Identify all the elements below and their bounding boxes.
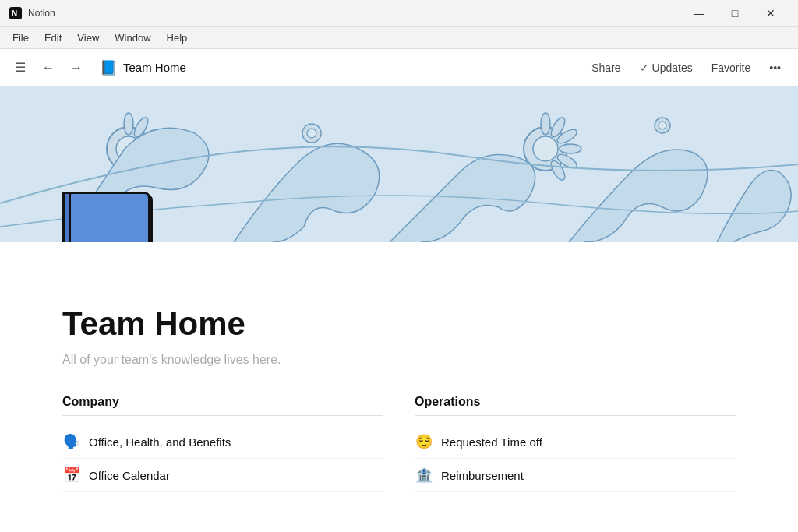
favorite-button[interactable]: Favorite [704,58,759,77]
list-item[interactable]: 🗣️ Office, Health, and Benefits [62,425,383,459]
toolbar-right: Share ✓ Updates Favorite ••• [584,58,789,77]
updates-label: Updates [652,62,693,74]
company-section-title: Company [62,395,383,416]
speech-icon: 🗣️ [62,433,81,450]
svg-point-20 [307,129,316,138]
page-cover [0,86,798,242]
menu-bar: File Edit View Window Help [0,27,798,49]
menu-file[interactable]: File [6,30,35,45]
svg-point-22 [659,122,666,129]
content-grid: Company 🗣️ Office, Health, and Benefits … [62,395,736,492]
office-calendar-link: Office Calendar [89,469,170,482]
back-button[interactable]: ← [37,57,59,79]
more-icon: ••• [769,62,781,74]
close-button[interactable]: ✕ [753,0,789,27]
page-breadcrumb-title: Team Home [123,61,186,74]
svg-text:N: N [12,9,17,18]
svg-point-16 [560,144,581,153]
menu-edit[interactable]: Edit [38,30,68,45]
list-item[interactable]: 📅 Office Calendar [62,459,383,492]
menu-window[interactable]: Window [108,30,157,45]
toolbar-left: ☰ ← → 📘 Team Home [9,57,186,79]
checkmark-icon: ✓ [640,62,649,74]
menu-view[interactable]: View [71,30,105,45]
list-item[interactable]: 🏦 Reimbursement [415,459,736,492]
page-icon: 📘 [100,59,117,76]
page-breadcrumb: 📘 Team Home [100,59,186,76]
page-subtitle: All of your team's knowledge lives here. [62,353,736,367]
page-emoji-icon: 📘 [100,59,117,76]
main-content: Team Home All of your team's knowledge l… [0,242,798,492]
operations-section-title: Operations [415,395,736,416]
book-icon [62,192,156,242]
svg-point-12 [533,136,558,161]
reimbursement-link: Reimbursement [441,469,524,482]
share-button[interactable]: Share [584,58,628,77]
bank-icon: 🏦 [415,467,433,484]
window-controls: — □ ✕ [681,0,789,27]
relieved-face-icon: 😌 [415,433,433,450]
company-items: 🗣️ Office, Health, and Benefits 📅 Office… [62,425,383,492]
title-bar: N Notion — □ ✕ [0,0,798,27]
office-health-benefits-link: Office, Health, and Benefits [89,435,231,449]
app-icon: N [9,7,22,19]
book-cover [69,192,150,242]
list-item[interactable]: 😌 Requested Time off [415,425,736,459]
page-title: Team Home [62,305,736,344]
updates-button[interactable]: ✓ Updates [632,58,701,77]
calendar-icon: 📅 [62,467,81,484]
maximize-button[interactable]: □ [717,0,753,27]
app-title: Notion [28,8,681,19]
toolbar: ☰ ← → 📘 Team Home Share ✓ Updates Favori… [0,49,798,86]
svg-point-13 [541,113,550,135]
sidebar-toggle-button[interactable]: ☰ [9,57,31,79]
forward-button[interactable]: → [65,57,87,79]
more-options-button[interactable]: ••• [761,58,789,77]
menu-help[interactable]: Help [161,30,194,45]
page-cover-icon [62,192,156,242]
operations-items: 😌 Requested Time off 🏦 Reimbursement [415,425,736,492]
svg-point-5 [124,113,133,135]
minimize-button[interactable]: — [681,0,717,27]
requested-time-off-link: Requested Time off [441,435,542,449]
company-section: Company 🗣️ Office, Health, and Benefits … [62,395,383,492]
operations-section: Operations 😌 Requested Time off 🏦 Reimbu… [415,395,736,492]
